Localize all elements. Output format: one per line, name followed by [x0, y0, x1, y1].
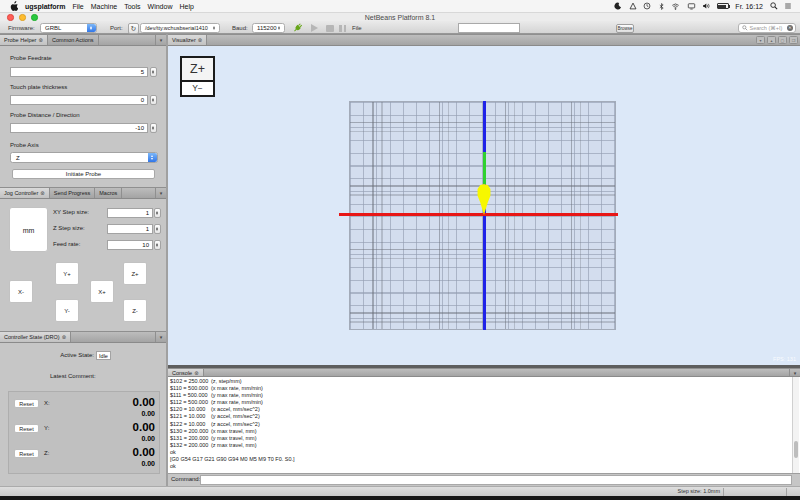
console-line: ok: [168, 449, 800, 456]
spotlight-icon[interactable]: [770, 2, 778, 10]
tab-jog-controller[interactable]: Jog Controller⊗: [0, 188, 50, 198]
menu-item-help[interactable]: Help: [179, 3, 193, 10]
jog-x-minus-button[interactable]: X-: [9, 280, 33, 303]
orientation-cube[interactable]: Z+ Y−: [180, 56, 215, 97]
reset-x-button[interactable]: Reset: [14, 399, 39, 408]
close-icon[interactable]: ⊗: [194, 370, 199, 376]
tab-probe-helper[interactable]: Probe Helper⊗: [0, 35, 48, 45]
refresh-icon: ↻: [131, 25, 137, 32]
close-icon[interactable]: ⊗: [38, 37, 43, 43]
display-icon[interactable]: [687, 2, 696, 10]
port-select[interactable]: /dev/tty.wchusbserial1410: [140, 23, 220, 34]
probe-feedrate-stepper[interactable]: [150, 67, 157, 77]
tab-visualizer[interactable]: Visualizer⊗: [168, 35, 207, 45]
browse-button[interactable]: Browse: [616, 24, 634, 33]
console-line: $132 = 200.000(z max travel, mm): [168, 442, 800, 449]
xy-step-stepper[interactable]: [154, 208, 161, 218]
volume-icon[interactable]: [702, 2, 710, 10]
panel-menu-icon[interactable]: ▾: [789, 369, 800, 376]
search-placeholder: Search (⌘+I): [750, 25, 786, 31]
xy-step-input[interactable]: 1: [107, 208, 153, 218]
tab-controller-state[interactable]: Controller State (DRO)⊗: [0, 332, 71, 342]
jog-z-minus-button[interactable]: Z-: [123, 299, 147, 322]
baud-label: Baud:: [232, 25, 248, 31]
menu-item-tools[interactable]: Tools: [124, 3, 140, 10]
menu-app-name[interactable]: ugsplatform: [25, 3, 65, 10]
probe-distance-input[interactable]: -10: [10, 123, 148, 133]
feed-rate-stepper[interactable]: [154, 240, 161, 250]
status-separator: [786, 488, 787, 496]
tab-send-progress[interactable]: Send Progress: [50, 188, 95, 198]
touch-plate-input[interactable]: 0: [10, 95, 148, 105]
y-minus-face[interactable]: Y−: [182, 82, 213, 95]
file-label: File: [352, 25, 362, 31]
z-step-input[interactable]: 1: [107, 224, 153, 234]
jog-x-plus-button[interactable]: X+: [90, 280, 114, 303]
fps-counter: FPS: 131: [716, 356, 796, 362]
close-icon[interactable]: ⊗: [198, 37, 203, 43]
connect-plug-icon[interactable]: [292, 22, 303, 33]
apple-menu-icon[interactable]: [10, 1, 18, 11]
tab-common-actions[interactable]: Common Actions: [48, 35, 99, 45]
pause-button[interactable]: [339, 25, 346, 33]
latest-comment-label: Latest Comment:: [50, 373, 96, 379]
console-output[interactable]: $102 = 250.000(z, step/mm)$110 = 500.000…: [168, 377, 800, 473]
touch-plate-stepper[interactable]: [150, 95, 157, 105]
console-scrollbar[interactable]: [792, 377, 799, 473]
dock-maximize-icon[interactable]: ❐: [789, 36, 798, 44]
menu-item-file[interactable]: File: [72, 3, 83, 10]
console-scrollbar-handle[interactable]: [794, 441, 799, 458]
probe-axis-select[interactable]: Z: [10, 152, 158, 163]
probe-distance-stepper[interactable]: [150, 123, 157, 133]
reset-y-button[interactable]: Reset: [14, 424, 39, 433]
menu-item-machine[interactable]: Machine: [91, 3, 117, 10]
combo-stepper-icon: [148, 153, 157, 162]
battery-icon[interactable]: [717, 3, 729, 9]
z-axis-label: Z:: [44, 450, 49, 456]
status-separator: [723, 488, 724, 496]
console-line: $120 = 10.000(x accel, mm/sec^2): [168, 406, 800, 413]
menu-clock[interactable]: Fr. 16:12: [735, 3, 763, 10]
x-axis-line: [339, 213, 618, 216]
probe-feedrate-input[interactable]: 5: [10, 67, 148, 77]
baud-select[interactable]: 115200: [252, 23, 285, 34]
search-clear-icon[interactable]: ✕: [787, 25, 793, 31]
panel-menu-icon[interactable]: ▾: [155, 35, 166, 45]
jog-y-minus-button[interactable]: Y-: [55, 299, 79, 322]
clock-icon[interactable]: [643, 2, 651, 10]
tab-macros[interactable]: Macros: [95, 188, 122, 198]
bluetooth-icon[interactable]: [658, 2, 665, 11]
panel-menu-icon[interactable]: ▾: [155, 332, 166, 342]
firmware-select[interactable]: GRBL: [40, 23, 97, 34]
close-icon[interactable]: ⊗: [40, 190, 45, 196]
jog-y-plus-button[interactable]: Y+: [55, 262, 79, 285]
units-toggle-button[interactable]: mm: [9, 207, 48, 252]
moon-icon[interactable]: [614, 2, 622, 10]
tab-console[interactable]: Console⊗: [168, 369, 204, 376]
console-line: $122 = 10.000(z accel, mm/sec^2): [168, 421, 800, 428]
close-icon[interactable]: ⊗: [62, 334, 67, 340]
notification-center-icon[interactable]: [784, 2, 792, 10]
z-step-stepper[interactable]: [154, 224, 161, 234]
console-line: $130 = 200.000(x max travel, mm): [168, 428, 800, 435]
console-line: $110 = 500.000(x max rate, mm/min): [168, 385, 800, 392]
dock-float-icon[interactable]: ▢: [778, 36, 787, 44]
initiate-probe-button[interactable]: Initiate Probe: [12, 169, 155, 179]
reset-z-button[interactable]: Reset: [14, 449, 39, 458]
stop-button[interactable]: [326, 25, 334, 33]
refresh-ports-button[interactable]: ↻: [128, 23, 139, 34]
play-button[interactable]: [311, 24, 318, 32]
search-field[interactable]: Search (⌘+I) ✕: [738, 23, 796, 33]
wifi-icon[interactable]: [671, 2, 680, 10]
dock-restore-icon[interactable]: ▴: [767, 36, 776, 44]
dock-minimize-icon[interactable]: ▾: [756, 36, 765, 44]
panel-menu-icon[interactable]: ▾: [155, 188, 166, 198]
z-plus-face[interactable]: Z+: [182, 58, 213, 82]
file-path-field[interactable]: [458, 23, 520, 33]
command-input[interactable]: [200, 475, 792, 485]
feed-rate-input[interactable]: 10: [107, 240, 153, 250]
airdrop-icon[interactable]: [629, 2, 637, 10]
xy-step-label: XY Step size:: [53, 209, 89, 215]
menu-item-window[interactable]: Window: [148, 3, 173, 10]
jog-z-plus-button[interactable]: Z+: [123, 262, 147, 285]
